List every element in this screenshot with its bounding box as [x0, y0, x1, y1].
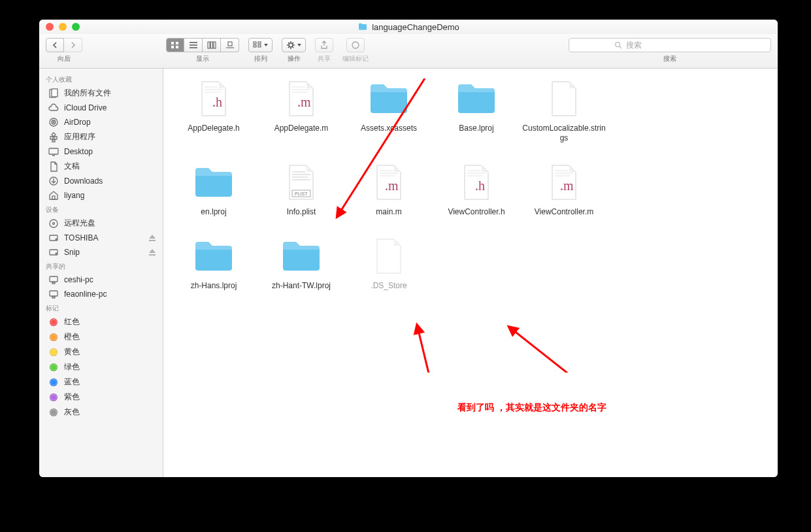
sidebar-item-desktop[interactable]: Desktop [39, 144, 163, 159]
file-icon: .m [368, 161, 410, 203]
folder-icon [368, 78, 410, 120]
svg-rect-31 [50, 291, 58, 296]
close-button[interactable] [46, 23, 54, 31]
minimize-button[interactable] [59, 23, 67, 31]
file-item[interactable]: en.lproj [170, 161, 257, 217]
sidebar-item-我的所有文件[interactable]: 我的所有文件 [39, 86, 163, 101]
documents-icon [48, 161, 59, 172]
view-columns-button[interactable] [203, 38, 221, 52]
home-icon [48, 190, 59, 201]
sidebar-item-label: ceshi-pc [64, 275, 156, 284]
sidebar-item-文稿[interactable]: 文稿 [39, 159, 163, 174]
sidebar-section-header: 标记 [39, 301, 163, 314]
sidebar-item-label: 应用程序 [64, 131, 156, 142]
svg-rect-9 [258, 42, 261, 44]
sidebar-item-绿色[interactable]: 绿色 [39, 359, 163, 374]
share-group: 共享 [315, 38, 333, 63]
view-coverflow-button[interactable] [221, 38, 239, 52]
file-item[interactable]: zh-Hant-TW.lproj [257, 235, 345, 291]
file-item[interactable]: .mViewController.m [520, 161, 608, 217]
sidebar-item-airdrop[interactable]: AirDrop [39, 115, 163, 129]
view-list-button[interactable] [184, 38, 203, 52]
share-button[interactable] [315, 38, 333, 52]
sidebar-item-label: 灰色 [64, 407, 156, 418]
eject-icon[interactable] [148, 234, 156, 242]
sidebar-item-label: 文稿 [64, 161, 156, 172]
file-item[interactable]: Base.lproj [433, 78, 520, 143]
icloud-icon [48, 103, 59, 113]
file-item[interactable]: .hAppDelegate.h [170, 78, 257, 143]
sidebar-item-紫色[interactable]: 紫色 [39, 390, 163, 405]
tag-dot-icon [48, 347, 59, 357]
disk-icon [48, 247, 59, 258]
svg-point-19 [53, 122, 54, 123]
file-item[interactable]: zh-Hans.lproj [170, 235, 257, 291]
content-area[interactable]: .hAppDelegate.h.mAppDelegate.mAssets.xca… [163, 69, 778, 477]
svg-rect-2 [171, 46, 174, 48]
file-item[interactable]: .mmain.m [345, 161, 433, 217]
view-label: 显示 [196, 54, 209, 63]
sidebar-item-黄色[interactable]: 黄色 [39, 344, 163, 359]
action-button[interactable] [282, 38, 306, 52]
search-field[interactable] [569, 38, 771, 52]
svg-text:.m: .m [560, 178, 574, 193]
sidebar[interactable]: 个人收藏我的所有文件iCloud DriveAirDrop应用程序Desktop… [39, 69, 163, 477]
eject-icon[interactable] [148, 248, 156, 256]
svg-rect-10 [254, 45, 256, 47]
svg-text:.m: .m [297, 95, 311, 109]
forward-button[interactable] [64, 38, 82, 52]
sidebar-item-toshiba[interactable]: TOSHIBA [39, 231, 163, 245]
arrange-button[interactable] [248, 38, 273, 52]
file-label: CustomLocalizable.strings [522, 124, 606, 143]
traffic-lights [46, 23, 80, 31]
file-item[interactable]: .mAppDelegate.m [257, 78, 345, 143]
sidebar-item-应用程序[interactable]: 应用程序 [39, 129, 163, 144]
sidebar-item-ceshi-pc[interactable]: ceshi-pc [39, 273, 163, 287]
back-button[interactable] [46, 38, 64, 52]
nav-group: 向后 [46, 38, 82, 63]
file-icon: .m [543, 161, 585, 203]
file-item[interactable]: Assets.xcassets [345, 78, 433, 143]
file-item[interactable]: .DS_Store [345, 235, 433, 291]
sidebar-item-远程光盘[interactable]: 远程光盘 [39, 216, 163, 231]
svg-rect-32 [52, 297, 55, 298]
toolbar: 向后 显示 排列 操作 [39, 34, 778, 69]
sidebar-item-liyang[interactable]: liyang [39, 188, 163, 203]
svg-rect-29 [50, 276, 58, 282]
svg-point-23 [50, 220, 58, 227]
sidebar-item-label: 绿色 [64, 361, 156, 373]
titlebar: languageChangeDemo [39, 20, 778, 34]
tags-button[interactable] [346, 38, 365, 52]
maximize-button[interactable] [72, 23, 80, 31]
nav-label: 向后 [58, 54, 71, 63]
svg-rect-11 [258, 45, 261, 47]
sidebar-item-label: TOSHIBA [64, 233, 143, 242]
sidebar-section-header: 共享的 [39, 259, 163, 273]
file-item[interactable]: .hViewController.h [433, 161, 520, 217]
sidebar-item-icloud-drive[interactable]: iCloud Drive [39, 101, 163, 115]
sidebar-item-label: 黄色 [64, 346, 156, 357]
svg-rect-30 [52, 282, 55, 284]
sidebar-item-label: liyang [64, 191, 156, 200]
file-grid: .hAppDelegate.h.mAppDelegate.mAssets.xca… [163, 69, 778, 304]
sidebar-item-蓝色[interactable]: 蓝色 [39, 374, 163, 390]
folder-icon [193, 235, 235, 277]
sidebar-item-红色[interactable]: 红色 [39, 314, 163, 329]
sidebar-item-feaonline-pc[interactable]: feaonline-pc [39, 287, 163, 301]
sidebar-item-橙色[interactable]: 橙色 [39, 329, 163, 344]
sidebar-item-label: 红色 [64, 316, 156, 327]
search-input[interactable] [625, 40, 725, 50]
sidebar-item-snip[interactable]: Snip [39, 245, 163, 259]
action-group: 操作 [282, 38, 306, 63]
sidebar-item-downloads[interactable]: Downloads [39, 174, 163, 188]
file-item[interactable]: PLISTInfo.plist [257, 161, 345, 217]
view-group: 显示 [166, 38, 239, 63]
svg-rect-4 [208, 42, 210, 48]
file-label: ViewController.m [535, 207, 593, 217]
file-item[interactable]: CustomLocalizable.strings [520, 78, 608, 143]
tags-group: 编辑标记 [342, 38, 369, 63]
file-icon: .h [455, 161, 497, 203]
sidebar-item-灰色[interactable]: 灰色 [39, 405, 163, 420]
arrange-label: 排列 [254, 54, 267, 63]
view-icons-button[interactable] [166, 38, 184, 52]
